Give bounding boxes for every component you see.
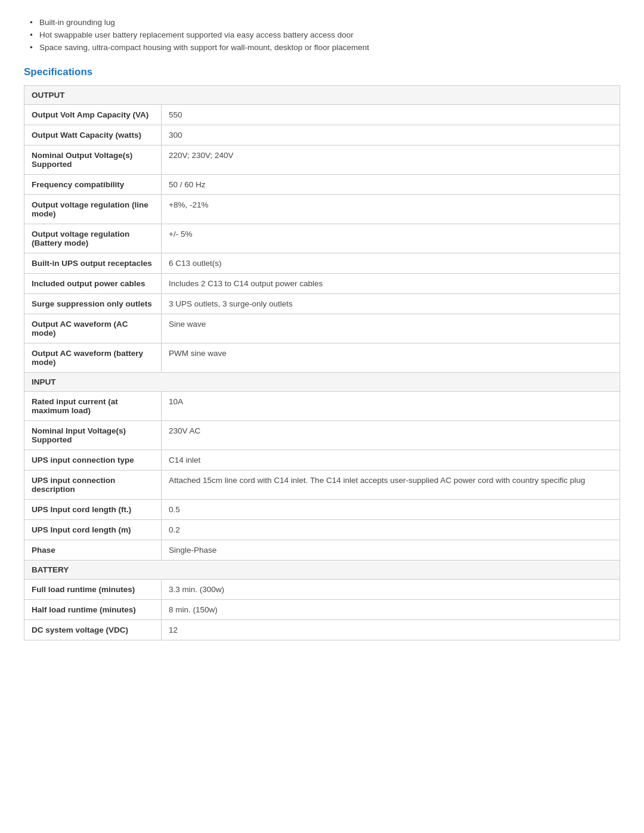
row-value: 10A bbox=[162, 392, 620, 421]
row-label: UPS input connection description bbox=[24, 470, 162, 500]
table-row: Rated input current (at maximum load)10A bbox=[24, 392, 620, 421]
row-label: Half load runtime (minutes) bbox=[24, 600, 162, 620]
table-row: Surge suppression only outlets3 UPS outl… bbox=[24, 294, 620, 314]
table-row: Output AC waveform (battery mode)PWM sin… bbox=[24, 343, 620, 373]
table-row: PhaseSingle-Phase bbox=[24, 540, 620, 561]
section-header-row: OUTPUT bbox=[24, 86, 620, 105]
spec-table: OUTPUTOutput Volt Amp Capacity (VA)550Ou… bbox=[24, 85, 620, 640]
row-value: 12 bbox=[162, 620, 620, 640]
row-label: Output voltage regulation (line mode) bbox=[24, 195, 162, 224]
section-header-label: BATTERY bbox=[24, 561, 620, 580]
table-row: Output voltage regulation (line mode)+8%… bbox=[24, 195, 620, 224]
row-label: Surge suppression only outlets bbox=[24, 294, 162, 314]
section-header-row: BATTERY bbox=[24, 561, 620, 580]
row-value: Includes 2 C13 to C14 output power cable… bbox=[162, 274, 620, 294]
table-row: Built-in UPS output receptacles6 C13 out… bbox=[24, 253, 620, 274]
row-label: Full load runtime (minutes) bbox=[24, 580, 162, 600]
table-row: Half load runtime (minutes)8 min. (150w) bbox=[24, 600, 620, 620]
row-value: Single-Phase bbox=[162, 540, 620, 561]
row-value: 550 bbox=[162, 105, 620, 125]
table-row: UPS input connection typeC14 inlet bbox=[24, 450, 620, 470]
row-label: Frequency compatibility bbox=[24, 175, 162, 195]
row-label: UPS input connection type bbox=[24, 450, 162, 470]
section-header-label: INPUT bbox=[24, 373, 620, 392]
row-value: 6 C13 outlet(s) bbox=[162, 253, 620, 274]
section-header-label: OUTPUT bbox=[24, 86, 620, 105]
section-header-row: INPUT bbox=[24, 373, 620, 392]
row-value: C14 inlet bbox=[162, 450, 620, 470]
row-label: Output voltage regulation (Battery mode) bbox=[24, 224, 162, 253]
table-row: Output Watt Capacity (watts)300 bbox=[24, 125, 620, 145]
row-label: Nominal Output Voltage(s) Supported bbox=[24, 145, 162, 175]
table-row: UPS Input cord length (ft.)0.5 bbox=[24, 500, 620, 520]
row-value: +8%, -21% bbox=[162, 195, 620, 224]
table-row: UPS Input cord length (m)0.2 bbox=[24, 520, 620, 540]
row-label: DC system voltage (VDC) bbox=[24, 620, 162, 640]
row-value: 3 UPS outlets, 3 surge-only outlets bbox=[162, 294, 620, 314]
table-row: Nominal Output Voltage(s) Supported220V;… bbox=[24, 145, 620, 175]
bullet-item: Built-in grounding lug bbox=[30, 18, 620, 27]
row-label: Output AC waveform (AC mode) bbox=[24, 314, 162, 343]
row-value: Sine wave bbox=[162, 314, 620, 343]
row-value: Attached 15cm line cord with C14 inlet. … bbox=[162, 470, 620, 500]
row-value: +/- 5% bbox=[162, 224, 620, 253]
table-row: Output AC waveform (AC mode)Sine wave bbox=[24, 314, 620, 343]
row-label: UPS Input cord length (m) bbox=[24, 520, 162, 540]
row-value: 220V; 230V; 240V bbox=[162, 145, 620, 175]
row-value: PWM sine wave bbox=[162, 343, 620, 373]
row-value: 3.3 min. (300w) bbox=[162, 580, 620, 600]
table-row: Output voltage regulation (Battery mode)… bbox=[24, 224, 620, 253]
table-row: Output Volt Amp Capacity (VA)550 bbox=[24, 105, 620, 125]
row-value: 50 / 60 Hz bbox=[162, 175, 620, 195]
feature-bullets: Built-in grounding lugHot swappable user… bbox=[24, 18, 620, 52]
row-value: 300 bbox=[162, 125, 620, 145]
table-row: Nominal Input Voltage(s) Supported230V A… bbox=[24, 421, 620, 450]
row-label: Built-in UPS output receptacles bbox=[24, 253, 162, 274]
row-value: 8 min. (150w) bbox=[162, 600, 620, 620]
table-row: Frequency compatibility50 / 60 Hz bbox=[24, 175, 620, 195]
specifications-heading: Specifications bbox=[24, 66, 620, 78]
table-row: UPS input connection descriptionAttached… bbox=[24, 470, 620, 500]
row-value: 230V AC bbox=[162, 421, 620, 450]
row-value: 0.2 bbox=[162, 520, 620, 540]
table-row: DC system voltage (VDC)12 bbox=[24, 620, 620, 640]
row-value: 0.5 bbox=[162, 500, 620, 520]
row-label: Rated input current (at maximum load) bbox=[24, 392, 162, 421]
bullet-item: Space saving, ultra-compact housing with… bbox=[30, 43, 620, 52]
row-label: Nominal Input Voltage(s) Supported bbox=[24, 421, 162, 450]
row-label: UPS Input cord length (ft.) bbox=[24, 500, 162, 520]
row-label: Output Watt Capacity (watts) bbox=[24, 125, 162, 145]
row-label: Output Volt Amp Capacity (VA) bbox=[24, 105, 162, 125]
row-label: Output AC waveform (battery mode) bbox=[24, 343, 162, 373]
table-row: Full load runtime (minutes)3.3 min. (300… bbox=[24, 580, 620, 600]
bullet-item: Hot swappable user battery replacement s… bbox=[30, 30, 620, 39]
table-row: Included output power cablesIncludes 2 C… bbox=[24, 274, 620, 294]
row-label: Included output power cables bbox=[24, 274, 162, 294]
row-label: Phase bbox=[24, 540, 162, 561]
